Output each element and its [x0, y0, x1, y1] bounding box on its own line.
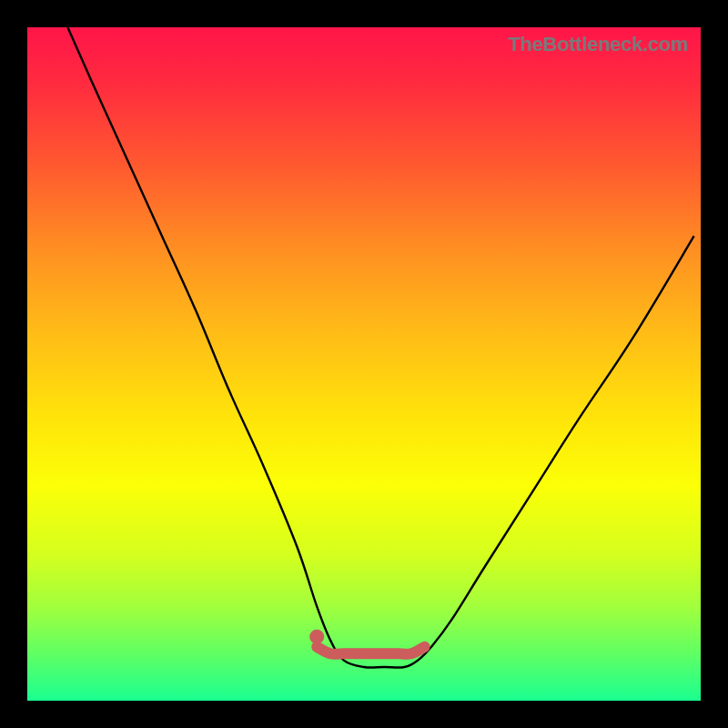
chart-svg [27, 27, 701, 701]
plot-area: TheBottleneck.com [27, 27, 701, 701]
chart-frame: TheBottleneck.com [0, 0, 728, 728]
marker-dot [309, 630, 324, 644]
curve-line [67, 27, 693, 668]
marker-band [317, 647, 424, 654]
